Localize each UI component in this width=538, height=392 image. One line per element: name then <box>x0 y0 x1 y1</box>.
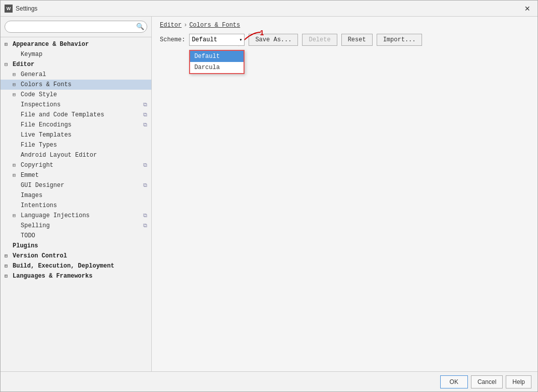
sidebar-item-label: Live Templates <box>21 132 72 139</box>
expand-icon: ⊞ <box>5 253 11 259</box>
sidebar-item-label: File Types <box>21 142 57 149</box>
sidebar-item-label: TODO <box>21 232 35 239</box>
sidebar-item-label: Language Injections <box>21 212 90 219</box>
close-button[interactable]: ✕ <box>521 4 533 14</box>
external-icon: ⧉ <box>143 223 147 229</box>
sidebar-item-label: Android Layout Editor <box>21 152 97 159</box>
dropdown-option-darcula[interactable]: Darcula <box>190 62 244 73</box>
sidebar-item-general[interactable]: ⊞ General <box>1 70 151 80</box>
expand-icon: ⊞ <box>13 82 19 88</box>
content-area: 🔍 ⊞ Appearance & Behavior Keymap ⊟ Edi <box>1 17 537 371</box>
external-icon: ⧉ <box>143 102 147 108</box>
scheme-current-value: Default <box>192 36 239 43</box>
help-button[interactable]: Help <box>506 375 531 388</box>
sidebar-item-emmet[interactable]: ⊞ Emmet <box>1 170 151 180</box>
sidebar-item-plugins[interactable]: Plugins <box>1 241 151 251</box>
sidebar-item-lang-injections[interactable]: ⊞ Language Injections ⧉ <box>1 211 151 221</box>
sidebar-item-label: Version Control <box>13 252 67 259</box>
sidebar-item-label: Spelling <box>21 222 50 229</box>
search-input[interactable] <box>5 21 147 33</box>
sidebar-item-colors-fonts[interactable]: ⊞ Colors & Fonts <box>1 80 151 90</box>
sidebar-item-label: File and Code Templates <box>21 111 104 118</box>
sidebar-item-copyright[interactable]: ⊞ Copyright ⧉ <box>1 160 151 170</box>
expand-icon: ⊞ <box>13 172 19 178</box>
save-as-button[interactable]: Save As... <box>249 34 298 46</box>
main-panel: Editor › Colors & Fonts Scheme: <box>152 17 537 371</box>
sidebar-item-languages[interactable]: ⊞ Languages & Frameworks <box>1 271 151 281</box>
sidebar-item-version-control[interactable]: ⊞ Version Control <box>1 251 151 261</box>
sidebar-item-intentions[interactable]: Intentions <box>1 201 151 211</box>
sidebar-item-android-layout[interactable]: Android Layout Editor <box>1 150 151 160</box>
breadcrumb: Editor › Colors & Fonts <box>152 17 537 31</box>
nav-tree: ⊞ Appearance & Behavior Keymap ⊟ Editor … <box>1 37 151 371</box>
sidebar-item-label: Keymap <box>21 51 42 58</box>
sidebar-item-label: Languages & Frameworks <box>13 273 92 280</box>
expand-icon: ⊞ <box>13 92 19 98</box>
sidebar-item-label: General <box>21 71 46 78</box>
expand-icon: ⊞ <box>13 162 19 168</box>
expand-icon: ⊞ <box>5 41 11 47</box>
external-icon: ⧉ <box>143 213 147 219</box>
external-icon: ⧉ <box>143 162 147 168</box>
reset-button[interactable]: Reset <box>341 34 373 46</box>
sidebar-item-images[interactable]: Images <box>1 190 151 201</box>
external-icon: ⧉ <box>143 182 147 188</box>
settings-window: W Settings ✕ 🔍 ⊞ Appearance & Behavior <box>0 0 538 392</box>
sidebar-item-label: Build, Execution, Deployment <box>13 263 114 270</box>
external-icon: ⧉ <box>143 112 147 118</box>
sidebar-item-editor[interactable]: ⊟ Editor <box>1 59 151 70</box>
scheme-dropdown-popup: Default Darcula <box>189 50 245 74</box>
sidebar-item-keymap[interactable]: Keymap <box>1 49 151 59</box>
breadcrumb-separator: › <box>184 22 187 29</box>
search-bar: 🔍 <box>1 17 151 37</box>
sidebar-item-label: Inspections <box>21 101 61 108</box>
sidebar-item-gui-designer[interactable]: GUI Designer ⧉ <box>1 180 151 190</box>
delete-button[interactable]: Delete <box>302 34 337 46</box>
sidebar: 🔍 ⊞ Appearance & Behavior Keymap ⊟ Edi <box>1 17 152 371</box>
expand-icon: ⊞ <box>5 273 11 279</box>
app-icon: W <box>5 5 13 13</box>
sidebar-item-live-templates[interactable]: Live Templates <box>1 130 151 140</box>
dropdown-option-default[interactable]: Default <box>190 51 244 62</box>
sidebar-item-label: Plugins <box>13 242 38 249</box>
cancel-button[interactable]: Cancel <box>471 375 503 388</box>
sidebar-item-label: Intentions <box>21 202 57 209</box>
scheme-label: Scheme: <box>160 36 185 43</box>
expand-icon: ⊞ <box>13 72 19 78</box>
sidebar-item-label: Code Style <box>21 91 57 98</box>
scheme-dropdown-wrapper: 1 Default ▾ Default Darcula 2 <box>189 34 245 46</box>
search-icon: 🔍 <box>136 23 144 31</box>
import-button[interactable]: Import... <box>377 34 423 46</box>
sidebar-item-build[interactable]: ⊞ Build, Execution, Deployment <box>1 261 151 271</box>
breadcrumb-editor: Editor <box>160 22 182 29</box>
scheme-dropdown-button[interactable]: Default ▾ <box>189 34 245 46</box>
bottom-bar: OK Cancel Help <box>1 371 537 391</box>
sidebar-item-file-encodings[interactable]: File Encodings ⧉ <box>1 120 151 130</box>
expand-icon: ⊞ <box>5 263 11 269</box>
sidebar-item-label: Appearance & Behavior <box>13 41 89 48</box>
title-bar: W Settings ✕ <box>1 1 537 17</box>
sidebar-item-appearance[interactable]: ⊞ Appearance & Behavior <box>1 39 151 49</box>
sidebar-item-label: Colors & Fonts <box>21 81 72 88</box>
sidebar-item-label: Copyright <box>21 162 53 169</box>
main-content-area <box>152 49 537 371</box>
sidebar-item-label: Images <box>21 192 42 199</box>
sidebar-item-file-templates[interactable]: File and Code Templates ⧉ <box>1 110 151 120</box>
expand-icon: ⊟ <box>5 61 11 68</box>
breadcrumb-colors-fonts: Colors & Fonts <box>189 22 240 29</box>
sidebar-item-inspections[interactable]: Inspections ⧉ <box>1 100 151 110</box>
sidebar-item-todo[interactable]: TODO <box>1 231 151 241</box>
sidebar-item-spelling[interactable]: Spelling ⧉ <box>1 221 151 231</box>
search-wrapper: 🔍 <box>5 21 147 33</box>
window-title: Settings <box>16 5 521 12</box>
sidebar-item-file-types[interactable]: File Types <box>1 140 151 150</box>
sidebar-item-label: GUI Designer <box>21 182 64 189</box>
ok-button[interactable]: OK <box>440 375 468 388</box>
sidebar-item-label: Editor <box>13 61 34 68</box>
sidebar-item-label: File Encodings <box>21 121 72 128</box>
sidebar-item-code-style[interactable]: ⊞ Code Style <box>1 90 151 100</box>
dropdown-arrow-icon: ▾ <box>239 37 242 43</box>
expand-icon: ⊞ <box>13 213 19 219</box>
toolbar: Scheme: 1 <box>152 31 537 49</box>
external-icon: ⧉ <box>143 122 147 128</box>
